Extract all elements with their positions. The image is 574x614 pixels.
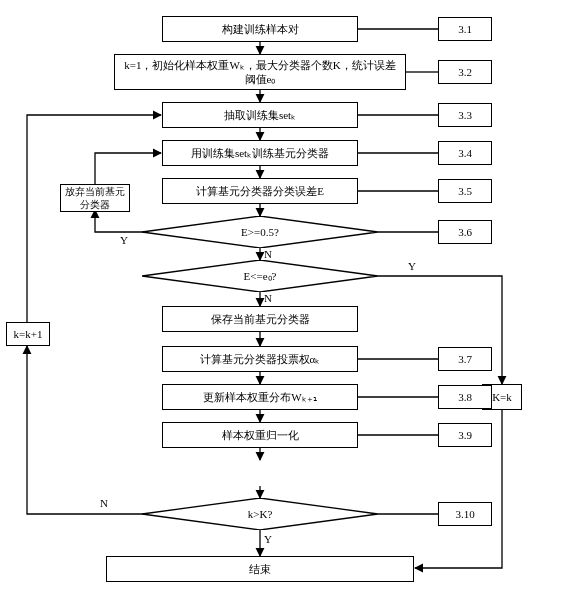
ref-label: 3.3 bbox=[458, 108, 472, 122]
step-label: 保存当前基元分类器 bbox=[211, 312, 310, 326]
edge-label-Y: Y bbox=[120, 234, 128, 246]
ref-3-2: 3.2 bbox=[438, 60, 492, 84]
edge-label-Y: Y bbox=[264, 533, 272, 545]
step-label: k=1，初始化样本权重Wₖ，最大分类器个数K，统计误差阈值e₀ bbox=[119, 58, 401, 87]
step-label: 抽取训练集setₖ bbox=[224, 108, 296, 122]
ref-label: 3.1 bbox=[458, 22, 472, 36]
ref-label: 3.5 bbox=[458, 184, 472, 198]
step-label: 更新样本权重分布Wₖ₊₁ bbox=[203, 390, 316, 404]
decision-E-le-e0: E<=e₀? bbox=[142, 260, 378, 292]
ref-label: 3.10 bbox=[455, 507, 474, 521]
side-increment-k: k=k+1 bbox=[6, 322, 50, 346]
ref-3-9: 3.9 bbox=[438, 423, 492, 447]
ref-3-10: 3.10 bbox=[438, 502, 492, 526]
decision-label: E<=e₀? bbox=[244, 270, 277, 283]
step-label: k=k+1 bbox=[14, 327, 43, 341]
ref-label: 3.7 bbox=[458, 352, 472, 366]
ref-3-5: 3.5 bbox=[438, 179, 492, 203]
step-end: 结束 bbox=[106, 556, 414, 582]
step-save-classifier: 保存当前基元分类器 bbox=[162, 306, 358, 332]
edge-label-Y: Y bbox=[408, 260, 416, 272]
step-label: 样本权重归一化 bbox=[222, 428, 299, 442]
step-label: 构建训练样本对 bbox=[222, 22, 299, 36]
decision-label: E>=0.5? bbox=[241, 226, 279, 238]
ref-label: 3.2 bbox=[458, 65, 472, 79]
step-update-weights: 更新样本权重分布Wₖ₊₁ bbox=[162, 384, 358, 410]
ref-3-7: 3.7 bbox=[438, 347, 492, 371]
decision-E-ge-05: E>=0.5? bbox=[142, 216, 378, 248]
ref-3-4: 3.4 bbox=[438, 141, 492, 165]
decision-label: k>K? bbox=[248, 508, 273, 520]
ref-label: 3.8 bbox=[458, 390, 472, 404]
ref-3-6: 3.6 bbox=[438, 220, 492, 244]
ref-label: 3.4 bbox=[458, 146, 472, 160]
step-label: 放弃当前基元分类器 bbox=[65, 185, 125, 211]
step-init: k=1，初始化样本权重Wₖ，最大分类器个数K，统计误差阈值e₀ bbox=[114, 54, 406, 90]
step-construct-samples: 构建训练样本对 bbox=[162, 16, 358, 42]
step-calc-error: 计算基元分类器分类误差E bbox=[162, 178, 358, 204]
ref-label: 3.6 bbox=[458, 225, 472, 239]
step-label: K=k bbox=[492, 390, 512, 404]
ref-3-8: 3.8 bbox=[438, 385, 492, 409]
ref-3-3: 3.3 bbox=[438, 103, 492, 127]
step-calc-alpha: 计算基元分类器投票权αₖ bbox=[162, 346, 358, 372]
edge-label-N: N bbox=[264, 248, 272, 260]
step-label: 计算基元分类器投票权αₖ bbox=[200, 352, 321, 366]
step-normalize: 样本权重归一化 bbox=[162, 422, 358, 448]
step-sample-set: 抽取训练集setₖ bbox=[162, 102, 358, 128]
side-discard-classifier: 放弃当前基元分类器 bbox=[60, 184, 130, 212]
step-label: 结束 bbox=[249, 562, 271, 576]
ref-label: 3.9 bbox=[458, 428, 472, 442]
decision-k-gt-K: k>K? bbox=[142, 498, 378, 530]
step-label: 用训练集setₖ训练基元分类器 bbox=[191, 146, 329, 160]
step-label: 计算基元分类器分类误差E bbox=[196, 184, 324, 198]
edge-label-N: N bbox=[100, 497, 108, 509]
edge-label-N: N bbox=[264, 292, 272, 304]
ref-3-1: 3.1 bbox=[438, 17, 492, 41]
step-train-base: 用训练集setₖ训练基元分类器 bbox=[162, 140, 358, 166]
